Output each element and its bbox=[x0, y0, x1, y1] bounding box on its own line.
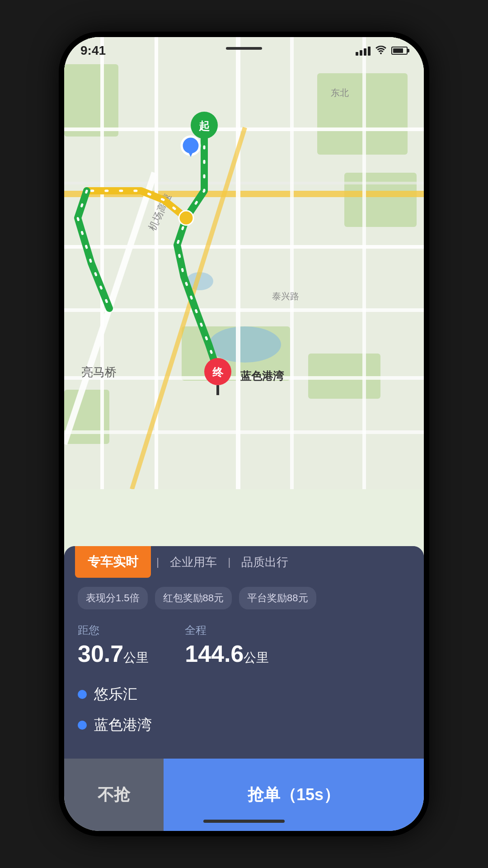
svg-rect-1 bbox=[64, 64, 118, 137]
phone-frame: 9:41 bbox=[59, 32, 429, 836]
waypoint-dot-1 bbox=[78, 721, 87, 730]
waypoints: 悠乐汇 蓝色港湾 bbox=[64, 675, 424, 750]
home-indicator bbox=[203, 820, 285, 823]
waypoint-dot-0 bbox=[78, 690, 87, 699]
svg-text:蓝色港湾: 蓝色港湾 bbox=[240, 370, 284, 382]
tab-separator-1: | bbox=[156, 556, 159, 568]
svg-text:起: 起 bbox=[198, 120, 210, 132]
svg-rect-12 bbox=[64, 245, 424, 249]
svg-rect-13 bbox=[64, 308, 424, 312]
speaker bbox=[226, 47, 262, 50]
tab-separator-2: | bbox=[228, 556, 230, 568]
distance-from-value: 30.7公里 bbox=[78, 640, 149, 667]
svg-rect-33 bbox=[216, 385, 219, 395]
distance-from-unit: 公里 bbox=[123, 651, 149, 665]
distance-from: 距您 30.7公里 bbox=[78, 623, 149, 667]
distance-total: 全程 144.6公里 bbox=[185, 623, 269, 667]
waypoint-0: 悠乐汇 bbox=[78, 679, 410, 710]
badge-redpacket: 红包奖励88元 bbox=[155, 587, 232, 609]
svg-text:亮马桥: 亮马桥 bbox=[81, 365, 117, 379]
svg-rect-15 bbox=[64, 430, 424, 434]
bottom-panel: 专车实时 | 企业用车 | 品质出行 表现分1.5倍 红包奖励88元 平台奖励8… bbox=[64, 465, 424, 831]
svg-rect-16 bbox=[100, 37, 104, 489]
tab-zhuanche[interactable]: 专车实时 bbox=[75, 546, 151, 578]
battery-icon bbox=[391, 47, 408, 55]
distance-total-value: 144.6公里 bbox=[185, 640, 269, 667]
svg-rect-3 bbox=[344, 173, 417, 227]
grab-button[interactable]: 抢单（15s） bbox=[164, 759, 424, 831]
badge-performance: 表现分1.5倍 bbox=[78, 587, 148, 609]
badge-platform: 平台奖励88元 bbox=[239, 587, 316, 609]
status-time: 9:41 bbox=[80, 43, 106, 58]
svg-text:泰兴路: 泰兴路 bbox=[272, 291, 299, 301]
tab-quality[interactable]: 品质出行 bbox=[234, 547, 296, 577]
distance-total-unit: 公里 bbox=[244, 651, 269, 665]
skip-button[interactable]: 不抢 bbox=[64, 759, 164, 831]
distance-from-label: 距您 bbox=[78, 623, 149, 637]
svg-point-7 bbox=[209, 326, 281, 363]
svg-point-30 bbox=[179, 211, 193, 225]
distance-total-label: 全程 bbox=[185, 623, 269, 637]
ride-card: 专车实时 | 企业用车 | 品质出行 表现分1.5倍 红包奖励88元 平台奖励8… bbox=[64, 546, 424, 759]
phone-screen: 9:41 bbox=[64, 37, 424, 831]
svg-rect-20 bbox=[362, 37, 366, 489]
tab-enterprise[interactable]: 企业用车 bbox=[163, 547, 224, 577]
distance-total-number: 144.6 bbox=[185, 641, 244, 667]
svg-rect-18 bbox=[236, 37, 240, 489]
waypoint-label-0: 悠乐汇 bbox=[94, 684, 137, 704]
wifi-icon bbox=[375, 44, 387, 57]
status-icons bbox=[356, 44, 408, 57]
distance-row: 距您 30.7公里 全程 144.6公里 bbox=[64, 618, 424, 675]
tab-bar: 专车实时 | 企业用车 | 品质出行 bbox=[64, 546, 424, 578]
svg-rect-10 bbox=[64, 182, 424, 184]
svg-text:终: 终 bbox=[212, 366, 224, 378]
badges-row: 表现分1.5倍 红包奖励88元 平台奖励88元 bbox=[64, 578, 424, 618]
svg-text:东北: 东北 bbox=[331, 88, 349, 98]
signal-icon bbox=[356, 46, 371, 56]
status-bar: 9:41 bbox=[64, 37, 424, 64]
map-area[interactable]: 机场高速 东北 泰兴路 起 bbox=[64, 37, 424, 489]
waypoint-1: 蓝色港湾 bbox=[78, 710, 410, 741]
distance-from-number: 30.7 bbox=[78, 641, 123, 667]
waypoint-label-1: 蓝色港湾 bbox=[94, 715, 152, 735]
svg-rect-19 bbox=[290, 37, 294, 489]
